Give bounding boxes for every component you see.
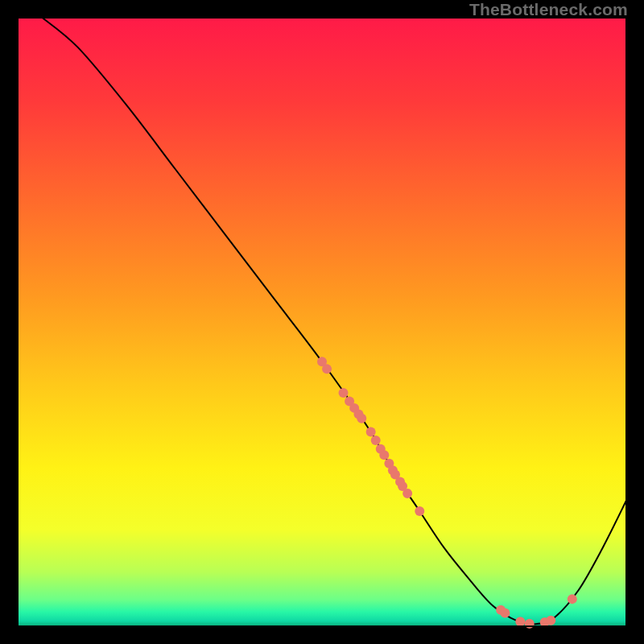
scatter-dot [525, 619, 535, 629]
scatter-dot [322, 364, 332, 374]
bottleneck-curve [41, 17, 627, 624]
scatter-group [317, 357, 577, 629]
scatter-dot [371, 436, 381, 445]
scatter-dot [415, 506, 424, 516]
scatter-dot [568, 594, 577, 604]
scatter-dot [500, 609, 510, 618]
scatter-dot [366, 427, 376, 436]
scatter-dot [357, 414, 366, 423]
plot-area [17, 17, 627, 627]
scatter-dot [402, 489, 412, 498]
scatter-dot [546, 616, 555, 625]
watermark-text: TheBottleneck.com [469, 0, 628, 19]
scatter-dot [339, 388, 349, 398]
chart-overlay [17, 17, 627, 627]
scatter-dot [379, 450, 389, 460]
scatter-dot [515, 617, 525, 626]
